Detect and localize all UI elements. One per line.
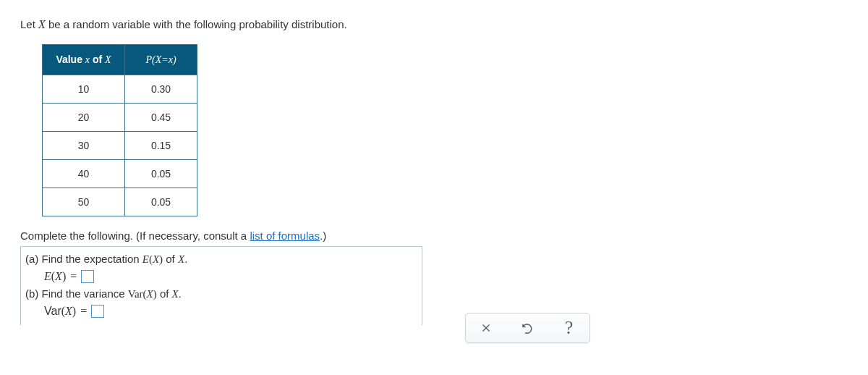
expectation-input[interactable] [81, 270, 94, 283]
instruction-text: Complete the following. (If necessary, c… [20, 229, 848, 242]
answer-box: (a) Find the expectation E(X) of X. E(X)… [20, 246, 422, 325]
table-row: 40 0.05 [43, 160, 197, 188]
part-b-label: (b) Find the variance Var(X) of X. [25, 287, 416, 300]
help-button[interactable]: ? [548, 313, 589, 342]
part-a-label: (a) Find the expectation E(X) of X. [25, 253, 416, 266]
undo-icon [521, 321, 534, 334]
table-row: 50 0.05 [43, 188, 197, 216]
header-value: Value x of X [43, 45, 125, 75]
header-probability: P(X=x) [125, 45, 197, 75]
intro-text: Let X be a random variable with the foll… [20, 18, 848, 31]
distribution-table: Value x of X P(X=x) 10 0.30 20 0.45 30 0… [42, 44, 197, 216]
x-icon [480, 321, 493, 334]
expectation-equation: E(X) = [44, 270, 416, 283]
action-toolbar: ? [465, 313, 590, 343]
clear-button[interactable] [466, 313, 506, 342]
table-row: 30 0.15 [43, 132, 197, 160]
variance-equation: Var(X) = [44, 305, 416, 318]
reset-button[interactable] [507, 313, 548, 342]
question-icon: ? [565, 317, 574, 339]
formulas-link[interactable]: list of formulas [250, 229, 320, 242]
table-row: 10 0.30 [43, 75, 197, 104]
table-row: 20 0.45 [43, 104, 197, 132]
variance-input[interactable] [91, 305, 104, 318]
